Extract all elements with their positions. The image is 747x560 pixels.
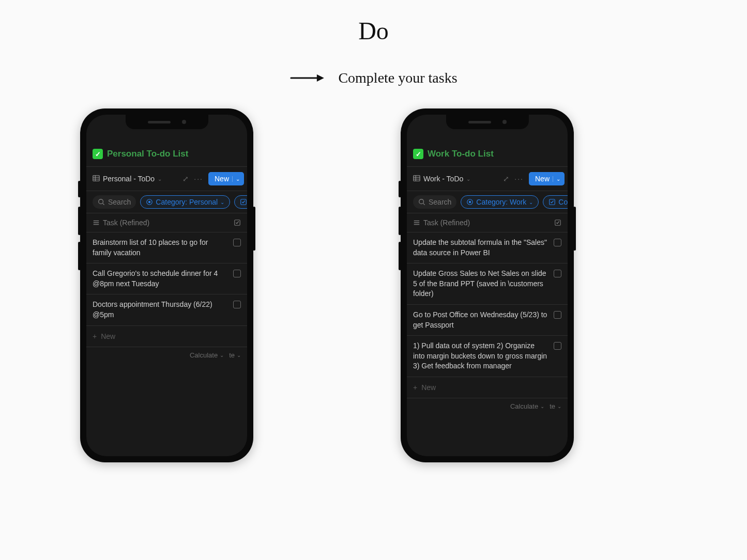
checkbox-column-icon	[234, 219, 241, 226]
subtitle-row: Complete your tasks	[289, 70, 457, 86]
filter-row: Search Category: Work ⌄ Comple	[407, 191, 568, 213]
chevron-down-icon: ⌄	[237, 352, 241, 358]
phone-mute-switch	[78, 181, 81, 197]
task-row[interactable]: Doctors appointment Thursday (6/22) @5pm	[86, 294, 247, 325]
search-input[interactable]: Search	[413, 195, 456, 209]
svg-rect-1	[93, 175, 99, 181]
te-menu[interactable]: te⌄	[229, 351, 241, 359]
plus-icon: +	[413, 383, 417, 392]
table-icon	[93, 175, 100, 183]
phone-volume-up	[78, 207, 81, 235]
table-icon	[413, 175, 420, 183]
subtitle-text: Complete your tasks	[338, 70, 457, 86]
task-checkbox[interactable]	[554, 311, 561, 319]
category-filter[interactable]: Category: Personal ⌄	[140, 195, 230, 209]
calculate-menu[interactable]: Calculate⌄	[190, 351, 224, 359]
task-row[interactable]: 1) Pull data out of system 2) Organize i…	[407, 336, 568, 377]
chevron-down-icon: ⌄	[232, 176, 240, 182]
category-filter[interactable]: Category: Work ⌄	[461, 195, 539, 209]
search-label: Search	[429, 198, 451, 206]
task-checkbox[interactable]	[554, 270, 561, 277]
task-row[interactable]: Brainstorm list of 10 places to go for f…	[86, 232, 247, 263]
checkmark-icon: ✓	[93, 149, 103, 159]
search-input[interactable]: Search	[93, 195, 136, 209]
new-button[interactable]: New ⌄	[529, 172, 565, 185]
phone-notch	[126, 115, 208, 129]
notch-camera	[182, 120, 186, 124]
task-row[interactable]: Update Gross Sales to Net Sales on slide…	[407, 263, 568, 305]
chevron-down-icon: ⌄	[158, 176, 162, 182]
filter-row: Search Category: Personal ⌄ Com	[86, 191, 247, 213]
expand-icon[interactable]: ⤢	[503, 175, 509, 183]
list-icon	[93, 219, 100, 226]
phone-personal: ✓ Personal To-do List Personal - ToDo ⌄ …	[80, 108, 253, 462]
phone-notch	[446, 115, 529, 129]
task-checkbox[interactable]	[554, 342, 561, 350]
column-header-row: Task (Refined)	[407, 213, 568, 232]
view-toolbar: Work - ToDo ⌄ ⤢ ··· New ⌄	[407, 167, 568, 191]
chevron-down-icon: ⌄	[553, 176, 560, 182]
te-menu[interactable]: te⌄	[550, 402, 561, 410]
list-title-row: ✓ Personal To-do List	[86, 145, 247, 167]
expand-icon[interactable]: ⤢	[182, 175, 189, 183]
checkbox-icon	[548, 198, 556, 206]
view-toolbar: Personal - ToDo ⌄ ⤢ ··· New ⌄	[86, 167, 247, 191]
view-selector[interactable]: Work - ToDo ⌄	[413, 175, 470, 183]
phone-volume-up	[399, 207, 401, 235]
column-header-row: Task (Refined)	[86, 213, 247, 232]
list-title-row: ✓ Work To-do List	[407, 145, 568, 167]
notch-speaker	[468, 121, 491, 123]
more-icon[interactable]: ···	[514, 175, 524, 183]
phone-power-button	[573, 207, 576, 251]
search-label: Search	[108, 198, 131, 206]
task-checkbox[interactable]	[233, 270, 241, 277]
screen-work: ✓ Work To-do List Work - ToDo ⌄ ⤢ ··· Ne…	[407, 115, 568, 456]
table-footer: Calculate⌄ te⌄	[86, 347, 247, 363]
phone-volume-down	[399, 242, 401, 270]
column-header-label: Task (Refined)	[423, 219, 470, 227]
list-title: Work To-do List	[428, 149, 494, 159]
checkbox-icon	[240, 198, 247, 206]
column-header-label: Task (Refined)	[103, 219, 149, 227]
add-new-row[interactable]: + New	[86, 326, 247, 347]
new-button[interactable]: New ⌄	[208, 172, 244, 185]
svg-point-21	[469, 201, 471, 203]
svg-line-6	[103, 204, 104, 205]
phone-power-button	[253, 207, 255, 251]
task-checkbox[interactable]	[233, 301, 241, 308]
more-icon[interactable]: ···	[194, 175, 203, 183]
target-icon	[146, 198, 153, 206]
calculate-menu[interactable]: Calculate⌄	[510, 402, 544, 410]
complete-filter-label: Comple	[558, 198, 568, 206]
phone-volume-down	[78, 242, 81, 270]
notch-camera	[502, 120, 507, 124]
complete-filter[interactable]: Com	[234, 195, 247, 209]
task-row[interactable]: Update the subtotal formula in the "Sale…	[407, 232, 568, 263]
search-icon	[98, 198, 105, 206]
add-new-row[interactable]: + New	[407, 377, 568, 398]
checkmark-icon: ✓	[413, 149, 423, 159]
category-filter-label: Category: Personal	[156, 198, 218, 206]
chevron-down-icon: ⌄	[540, 403, 544, 409]
chevron-down-icon: ⌄	[529, 199, 533, 205]
task-row[interactable]: Call Gregorio's to schedule dinner for 4…	[86, 263, 247, 294]
task-text: Update the subtotal formula in the "Sale…	[413, 238, 547, 258]
list-title: Personal To-do List	[107, 149, 188, 159]
new-row-label: New	[421, 383, 436, 392]
task-row[interactable]: Go to Post Office on Wednesday (5/23) to…	[407, 305, 568, 336]
new-button-label: New	[535, 175, 550, 183]
chevron-down-icon: ⌄	[557, 403, 561, 409]
new-row-label: New	[101, 332, 115, 340]
search-icon	[418, 198, 425, 206]
svg-line-19	[423, 204, 425, 205]
task-text: Doctors appointment Thursday (6/22) @5pm	[93, 300, 227, 320]
chevron-down-icon: ⌄	[220, 199, 224, 205]
task-checkbox[interactable]	[554, 239, 561, 246]
view-selector[interactable]: Personal - ToDo ⌄	[93, 175, 162, 183]
svg-rect-14	[414, 175, 420, 181]
notch-speaker	[148, 121, 171, 123]
task-checkbox[interactable]	[233, 239, 241, 246]
page-heading: Do	[358, 17, 389, 45]
complete-filter[interactable]: Comple	[543, 195, 568, 209]
phone-work: ✓ Work To-do List Work - ToDo ⌄ ⤢ ··· Ne…	[401, 108, 574, 462]
